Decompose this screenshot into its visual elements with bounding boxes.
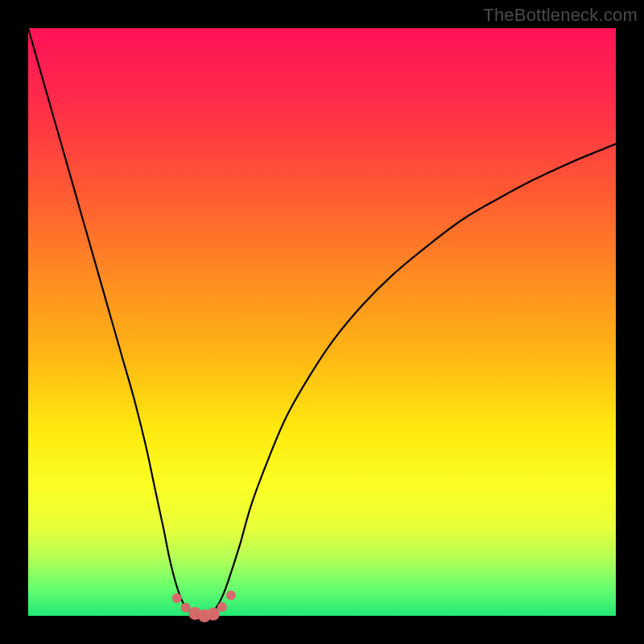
curve-right (204, 144, 616, 616)
marker-dot (226, 590, 236, 600)
bottleneck-curve (28, 28, 616, 616)
chart-frame: TheBottleneck.com (0, 0, 644, 644)
curve-left (28, 28, 204, 616)
marker-dot (172, 593, 182, 603)
marker-dot (217, 602, 227, 612)
bottom-marker-dots (172, 590, 236, 622)
marker-dot (207, 608, 220, 621)
watermark-text: TheBottleneck.com (483, 5, 638, 26)
plot-area (28, 28, 616, 616)
marker-dot (181, 603, 191, 613)
